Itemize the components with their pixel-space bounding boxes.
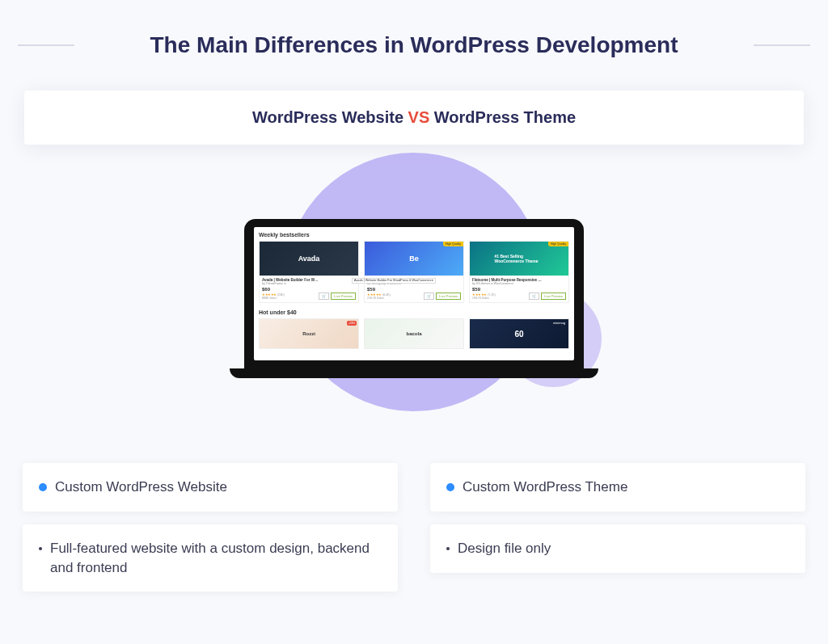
right-column: Custom WordPress Theme Design file only xyxy=(430,463,805,591)
quality-ribbon: High Quality xyxy=(548,242,568,246)
theme-card-bacola: bacola xyxy=(364,318,464,349)
live-preview-button[interactable]: Live Preview xyxy=(331,293,356,300)
themeforest-screenshot: Weekly bestsellers Avada | Website Build… xyxy=(254,227,574,360)
theme-logo: Avada xyxy=(298,255,320,263)
theme-card-rozzi: Rozzi -23% xyxy=(259,318,359,349)
theme-card-minimog: minimog 60 xyxy=(469,318,569,349)
live-preview-button[interactable]: Live Preview xyxy=(436,293,461,300)
hot-under-label: Hot under $40 xyxy=(259,309,569,315)
laptop-screen-bezel: Weekly bestsellers Avada | Website Build… xyxy=(244,219,584,368)
live-preview-button[interactable]: Live Preview xyxy=(541,293,566,300)
theme-thumb: bacola xyxy=(365,319,463,348)
theme-thumb: Rozzi -23% xyxy=(260,319,358,348)
stars-icon: ★★★★★ xyxy=(262,293,277,297)
left-item-card: Full-featured website with a custom desi… xyxy=(23,524,398,592)
right-header-text: Custom WordPress Theme xyxy=(463,478,627,497)
left-column-header: Custom WordPress Website xyxy=(23,463,398,511)
laptop-base xyxy=(230,368,598,378)
rating-count: (23K) xyxy=(277,293,285,297)
right-item-card: Design file only xyxy=(430,524,805,573)
theme-card-flatsome: #1 Best Selling WooCommerce Theme High Q… xyxy=(469,241,569,303)
page-header: The Main Differences in WordPress Develo… xyxy=(0,0,828,74)
theme-thumb: minimog 60 xyxy=(470,319,568,348)
theme-logo: 60 xyxy=(514,329,523,338)
quality-ribbon: High Quality xyxy=(443,242,463,246)
hot-themes-row: Rozzi -23% bacola minimog 60 xyxy=(259,318,569,349)
theme-tooltip: Avada | Website Builder For WordPress & … xyxy=(352,278,436,284)
bullet-dot-icon xyxy=(39,483,47,491)
sales-count: 216.7K Sales xyxy=(367,297,391,300)
sale-badge: -23% xyxy=(347,321,357,326)
divider-left xyxy=(18,44,74,46)
comparison-subtitle-card: WordPress Website VS WordPress Theme xyxy=(24,90,804,145)
sales-count: 800K Sales xyxy=(262,297,285,300)
cart-button[interactable]: 🛒 xyxy=(319,293,329,300)
sales-count: 193.7K Sales xyxy=(472,297,496,300)
theme-logo: Rozzi xyxy=(302,331,315,336)
rating-count: (7.2K) xyxy=(488,293,496,297)
left-item-text: Full-featured website with a custom desi… xyxy=(50,539,382,578)
theme-logo: bacola xyxy=(406,331,421,336)
theme-tagline: #1 Best Selling WooCommerce Theme xyxy=(495,254,544,263)
subtitle-left: WordPress Website xyxy=(252,108,403,126)
right-column-header: Custom WordPress Theme xyxy=(430,463,805,511)
bestseller-row: Avada | Website Builder For WordPress & … xyxy=(259,241,569,303)
left-column: Custom WordPress Website Full-featured w… xyxy=(23,463,398,591)
stars-icon: ★★★★★ xyxy=(472,293,487,297)
cart-button[interactable]: 🛒 xyxy=(529,293,539,300)
brand-label: minimog xyxy=(553,321,565,325)
theme-thumb: #1 Best Selling WooCommerce Theme High Q… xyxy=(470,242,568,276)
theme-logo: Be xyxy=(409,255,419,263)
theme-card-avada: Avada Avada | Website Builder For W… by … xyxy=(259,241,359,303)
bullet-icon xyxy=(39,547,42,550)
cart-button[interactable]: 🛒 xyxy=(424,293,434,300)
divider-right xyxy=(754,44,810,46)
theme-card-betheme: Be High Quality purpose W… by muffingrou… xyxy=(364,241,464,303)
bullet-dot-icon xyxy=(446,483,454,491)
stars-icon: ★★★★★ xyxy=(367,293,382,297)
right-item-text: Design file only xyxy=(458,539,551,558)
theme-thumb: Be High Quality xyxy=(365,242,463,276)
subtitle-right: WordPress Theme xyxy=(434,108,576,126)
comparison-columns: Custom WordPress Website Full-featured w… xyxy=(0,436,828,591)
bullet-icon xyxy=(446,547,450,550)
subtitle-vs: VS xyxy=(408,108,430,126)
theme-thumb: Avada xyxy=(260,242,358,276)
laptop-illustration-area: Weekly bestsellers Avada | Website Build… xyxy=(0,161,828,436)
page-title: The Main Differences in WordPress Develo… xyxy=(87,32,741,58)
laptop-mockup: Weekly bestsellers Avada | Website Build… xyxy=(244,219,584,378)
theme-author: by UX-themes in WooCommerce xyxy=(472,282,566,285)
theme-author: by ThemeFusion in xyxy=(262,282,356,285)
bestsellers-label: Weekly bestsellers xyxy=(259,232,569,238)
left-header-text: Custom WordPress Website xyxy=(55,478,227,497)
rating-count: (6.4K) xyxy=(382,293,391,297)
